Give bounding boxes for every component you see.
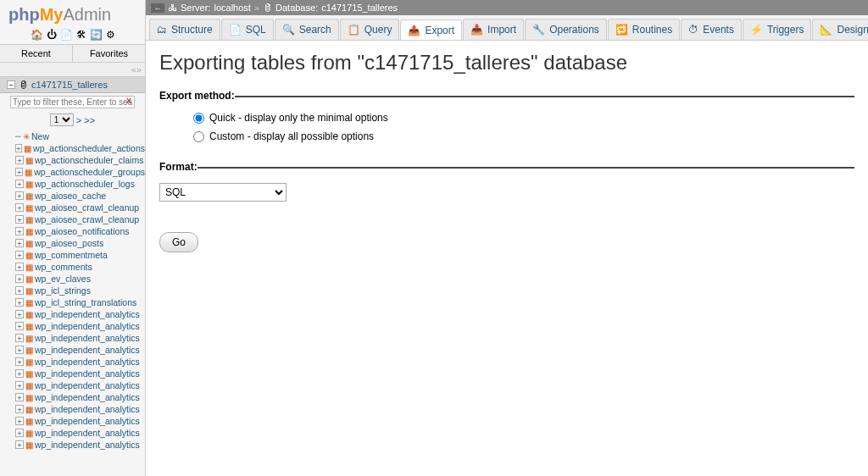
db-tree-header[interactable]: – 🛢 c1471715_talleres — [0, 77, 145, 93]
tab-operations[interactable]: 🔧Operations — [525, 19, 607, 40]
table-link[interactable]: wp_comments — [35, 262, 92, 272]
tab-query[interactable]: 📋Query — [340, 19, 400, 40]
table-row[interactable]: +▦wp_commentmeta — [5, 249, 145, 261]
table-row[interactable]: +▦wp_actionscheduler_groups — [5, 166, 145, 178]
expand-icon[interactable]: + — [15, 429, 24, 437]
tree-page-select[interactable]: 1 — [50, 113, 74, 126]
table-link[interactable]: wp_aioseo_posts — [35, 238, 103, 248]
table-link[interactable]: wp_commentmeta — [35, 250, 108, 260]
table-row[interactable]: +▦wp_ev_claves — [5, 273, 145, 285]
tab-favorites[interactable]: Favorites — [73, 45, 145, 62]
table-row[interactable]: +▦wp_actionscheduler_logs — [5, 178, 145, 190]
table-row[interactable]: +▦wp_independent_analytics — [5, 427, 145, 439]
docs-icon[interactable]: 📄 — [60, 29, 73, 41]
table-row[interactable]: +▦wp_actionscheduler_actions — [5, 142, 145, 154]
collapse-db-icon[interactable]: – — [7, 80, 15, 89]
table-row[interactable]: +▦wp_icl_string_translations — [5, 296, 145, 308]
table-row[interactable]: +▦wp_independent_analytics — [5, 332, 145, 344]
expand-icon[interactable]: + — [15, 357, 24, 366]
table-row[interactable]: +▦wp_independent_analytics — [5, 344, 145, 356]
table-row[interactable]: +▦wp_independent_analytics — [5, 379, 145, 391]
expand-icon[interactable]: + — [15, 203, 24, 212]
tree-page-next[interactable]: > >> — [76, 115, 95, 125]
table-link[interactable]: wp_independent_analytics — [35, 309, 140, 319]
tree-new[interactable]: ┄ ✳ New — [5, 130, 145, 142]
clear-filter-icon[interactable]: X — [126, 97, 131, 105]
expand-icon[interactable]: + — [15, 191, 24, 200]
home-icon[interactable]: 🏠 — [31, 29, 43, 41]
table-row[interactable]: +▦wp_aioseo_crawl_cleanup — [5, 213, 145, 225]
db-name-link[interactable]: c1471715_talleres — [31, 80, 108, 90]
table-link[interactable]: wp_independent_analytics — [35, 404, 140, 414]
table-row[interactable]: +▦wp_independent_analytics — [5, 356, 145, 368]
nav-settings-icon[interactable]: 🛠 — [76, 29, 86, 41]
table-link[interactable]: wp_icl_string_translations — [35, 297, 136, 307]
tab-recent[interactable]: Recent — [0, 45, 73, 62]
expand-icon[interactable]: + — [15, 227, 24, 235]
expand-icon[interactable]: + — [15, 381, 24, 390]
table-row[interactable]: +▦wp_independent_analytics — [5, 320, 145, 332]
expand-icon[interactable]: + — [15, 274, 24, 283]
tab-designer[interactable]: 📐Designer — [812, 19, 868, 40]
nav-back-icon[interactable]: ← — [151, 3, 164, 13]
table-row[interactable]: +▦wp_icl_strings — [5, 285, 145, 296]
tab-structure[interactable]: 🗂Structure — [149, 19, 220, 40]
table-link[interactable]: wp_independent_analytics — [35, 392, 140, 402]
expand-icon[interactable]: + — [15, 239, 24, 247]
server-value[interactable]: localhost — [214, 3, 250, 13]
table-link[interactable]: wp_independent_analytics — [35, 345, 140, 355]
expand-icon[interactable]: + — [15, 310, 24, 318]
table-link[interactable]: wp_aioseo_crawl_cleanup — [35, 202, 139, 213]
table-link[interactable]: wp_aioseo_notifications — [35, 226, 130, 236]
table-link[interactable]: wp_independent_analytics — [35, 333, 140, 343]
collapse-panel-icon[interactable]: «» — [0, 63, 145, 77]
table-row[interactable]: +▦wp_independent_analytics — [5, 368, 145, 379]
expand-icon[interactable]: + — [15, 322, 24, 330]
table-link[interactable]: wp_icl_strings — [35, 285, 91, 296]
db-value[interactable]: c1471715_talleres — [321, 3, 398, 13]
tab-search[interactable]: 🔍Search — [275, 19, 339, 40]
expand-icon[interactable]: + — [15, 286, 24, 295]
logo[interactable]: phpMyAdmin — [0, 0, 145, 27]
expand-icon[interactable]: + — [15, 180, 24, 188]
table-row[interactable]: +▦wp_aioseo_posts — [5, 237, 145, 249]
table-link[interactable]: wp_independent_analytics — [35, 357, 140, 367]
expand-icon[interactable]: + — [15, 298, 24, 307]
expand-icon[interactable]: + — [15, 144, 22, 152]
expand-icon[interactable]: + — [15, 251, 24, 259]
table-link[interactable]: wp_actionscheduler_groups — [34, 167, 145, 177]
table-row[interactable]: +▦wp_independent_analytics — [5, 403, 145, 415]
expand-icon[interactable]: + — [15, 393, 24, 401]
table-row[interactable]: +▦wp_actionscheduler_claims — [5, 154, 145, 166]
expand-icon[interactable]: + — [15, 346, 24, 354]
table-link[interactable]: wp_actionscheduler_logs — [35, 179, 135, 189]
table-link[interactable]: wp_independent_analytics — [35, 368, 140, 379]
settings-icon[interactable]: ⚙ — [106, 29, 115, 41]
table-link[interactable]: wp_aioseo_crawl_cleanup — [35, 214, 139, 224]
table-link[interactable]: wp_ev_claves — [35, 274, 91, 284]
expand-icon[interactable]: + — [15, 334, 24, 342]
expand-icon[interactable]: + — [15, 440, 24, 449]
radio-custom[interactable]: Custom - display all possible options — [193, 130, 854, 142]
table-link[interactable]: wp_actionscheduler_claims — [35, 155, 143, 165]
reload-icon[interactable]: 🔄 — [90, 29, 103, 41]
table-row[interactable]: +▦wp_independent_analytics — [5, 415, 145, 427]
table-row[interactable]: +▦wp_independent_analytics — [5, 439, 145, 451]
expand-icon[interactable]: + — [15, 369, 24, 378]
table-link[interactable]: wp_independent_analytics — [35, 416, 140, 426]
table-link[interactable]: wp_actionscheduler_actions — [33, 143, 145, 153]
expand-icon[interactable]: + — [15, 156, 24, 164]
go-button[interactable]: Go — [159, 232, 198, 252]
tab-export[interactable]: 📤Export — [400, 19, 462, 41]
table-link[interactable]: wp_aioseo_cache — [35, 191, 106, 201]
expand-icon[interactable]: + — [15, 405, 24, 413]
search-input[interactable] — [10, 96, 135, 108]
tab-routines[interactable]: 🔁Routines — [608, 19, 680, 40]
table-row[interactable]: +▦wp_independent_analytics — [5, 308, 145, 320]
radio-quick-input[interactable] — [193, 113, 204, 124]
radio-quick[interactable]: Quick - display only the minimal options — [193, 112, 854, 124]
tab-events[interactable]: ⏱Events — [681, 19, 742, 40]
table-link[interactable]: wp_independent_analytics — [35, 380, 140, 390]
table-row[interactable]: +▦wp_aioseo_cache — [5, 190, 145, 202]
table-row[interactable]: +▦wp_aioseo_crawl_cleanup — [5, 202, 145, 213]
